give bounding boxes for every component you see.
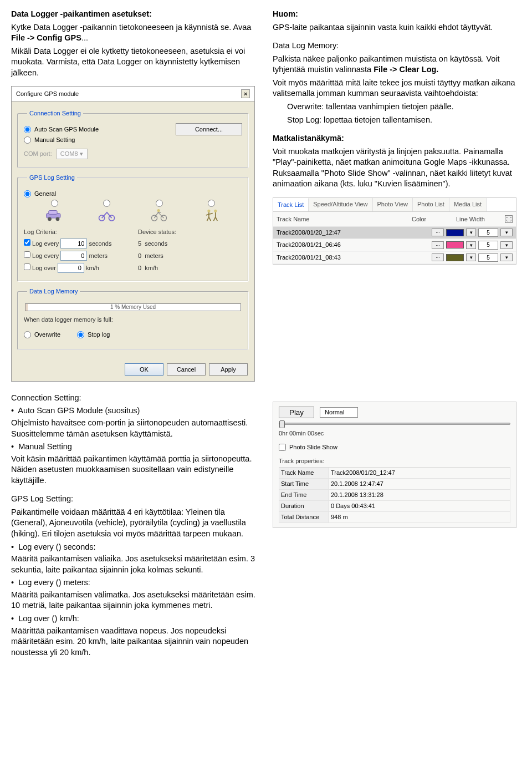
- track-properties-label: Track properties:: [279, 457, 510, 465]
- doc-text: Voit käsin määrittää paikantimen käyttäm…: [11, 454, 259, 486]
- log-over-input[interactable]: [58, 263, 84, 273]
- doc-text: Voit myös määrittää mitä laite tekee jos…: [273, 78, 521, 99]
- play-button[interactable]: Play: [279, 407, 314, 418]
- photo-slide-show-check[interactable]: Photo Slide Show: [279, 443, 510, 452]
- general-radio[interactable]: General: [24, 190, 242, 198]
- doc-text: Matkalistanäkymä:: [273, 133, 521, 144]
- svg-point-1: [48, 217, 52, 221]
- tab-media-list[interactable]: Media List: [449, 198, 487, 211]
- doc-text: GPS-laite paikantaa sijainnin vasta kuin…: [273, 22, 521, 33]
- auto-scan-radio[interactable]: Auto Scan GPS Module: [24, 125, 99, 134]
- heading-data-logger: Data Logger -paikantimen asetukset:: [11, 9, 152, 18]
- log-every-sec-check[interactable]: [24, 239, 30, 246]
- color-swatch[interactable]: [446, 229, 464, 236]
- doc-text: Määritä paikantamisen välimatka. Jos ase…: [11, 590, 259, 611]
- com-port-label: COM port:: [24, 150, 52, 158]
- tab-photo-view[interactable]: Photo View: [373, 198, 413, 211]
- doc-text: • Manual Setting: [11, 442, 259, 453]
- doc-text: • Auto Scan GPS Module (suositus): [11, 405, 259, 417]
- svg-point-8: [157, 209, 160, 212]
- doc-text: Voit muokata matkojen väritystä ja linjo…: [273, 146, 521, 190]
- data-log-memory-group: Data Log Memory 1 % Memory Used When dat…: [17, 287, 249, 350]
- doc-text: Mikäli Data Logger ei ole kytketty tieto…: [11, 46, 259, 79]
- color-swatch[interactable]: [446, 254, 464, 261]
- connect-button[interactable]: Connect...: [176, 123, 242, 135]
- memory-legend: Data Log Memory: [27, 287, 80, 296]
- player-panel: Play Normal 0hr 00min 00sec Photo Slide …: [273, 402, 516, 528]
- timeline-slider[interactable]: [279, 423, 510, 425]
- svg-rect-3: [49, 211, 57, 215]
- configure-dialog: Configure GPS module ✕ Connection Settin…: [11, 86, 255, 381]
- gps-log-legend: GPS Log Setting: [27, 174, 77, 182]
- track-list-panel: Track List Speed/Altitude View Photo Vie…: [273, 197, 516, 265]
- com-port-select[interactable]: COM8 ▾: [57, 149, 88, 159]
- table-row[interactable]: Track2008/01/21_06:46···▾5▾: [273, 239, 516, 252]
- doc-text: • Log over () km/h:: [11, 613, 259, 625]
- svg-point-6: [152, 215, 157, 221]
- hiking-icon[interactable]: [186, 200, 238, 222]
- overwrite-radio[interactable]: Overwrite: [24, 331, 60, 339]
- memory-meter: 1 % Memory Used: [25, 303, 241, 311]
- device-status-label: Device status:: [138, 228, 242, 236]
- ok-button[interactable]: OK: [125, 363, 163, 376]
- svg-point-9: [207, 210, 210, 212]
- color-swatch[interactable]: [446, 241, 464, 248]
- speed-select[interactable]: Normal: [320, 407, 358, 418]
- doc-text: Huom:: [273, 9, 521, 20]
- doc-text: Stop Log: lopettaa tietojen tallentamise…: [273, 115, 521, 126]
- table-row[interactable]: Track2008/01/21_08:43···▾5▾: [273, 252, 516, 265]
- doc-text: Overwrite: tallentaa vanhimpien tietojen…: [273, 102, 521, 113]
- gps-log-setting-group: GPS Log Setting General Log Criteria: De…: [17, 174, 249, 282]
- doc-text: Määrittää paikantamisen vaadittava nopeu…: [11, 626, 259, 658]
- doc-text: Data Log Memory:: [273, 40, 521, 52]
- log-every-sec-input[interactable]: [60, 239, 87, 248]
- stop-log-radio[interactable]: Stop log: [77, 331, 110, 339]
- doc-text: Paikantimelle voidaan määrittää 4 eri kä…: [11, 507, 259, 540]
- doc-text: • Log every () meters:: [11, 577, 259, 589]
- track-properties-grid: Track NameTrack2008/01/20_12:47 Start Ti…: [279, 467, 510, 523]
- tab-track-list[interactable]: Track List: [273, 198, 309, 211]
- doc-text: Ohjelmisto havaitsee com-portin ja siirt…: [11, 418, 259, 439]
- manual-radio[interactable]: Manual Setting: [24, 136, 99, 144]
- doc-text: Kytke Data Logger -paikannin tietokonees…: [11, 22, 259, 44]
- svg-point-10: [214, 210, 217, 212]
- tab-photo-list[interactable]: Photo List: [413, 198, 449, 211]
- cancel-button[interactable]: Cancel: [167, 363, 206, 376]
- doc-text: • Log every () seconds:: [11, 542, 259, 553]
- doc-text: Connection Setting:: [11, 393, 259, 404]
- connection-setting-group: Connection Setting Auto Scan GPS Module …: [17, 109, 249, 168]
- log-every-m-input[interactable]: [60, 251, 87, 261]
- motorbike-icon[interactable]: [81, 200, 134, 222]
- car-icon[interactable]: [28, 200, 81, 222]
- doc-text: Määritä paikantamisen väliaika. Jos aset…: [11, 554, 259, 575]
- doc-text: Palkista näkee paljonko paikantimen muis…: [273, 54, 521, 75]
- log-every-m-check[interactable]: [24, 251, 30, 258]
- th-color: Color: [412, 215, 432, 224]
- log-over-check[interactable]: [24, 263, 30, 270]
- when-full-label: When data logger memory is full:: [24, 316, 242, 324]
- close-icon[interactable]: ✕: [241, 89, 250, 98]
- apply-button[interactable]: Apply: [209, 363, 248, 376]
- table-row[interactable]: Track2008/01/20_12:47···▾5▾: [273, 227, 516, 240]
- geotag-icon[interactable]: ⛶: [505, 215, 513, 223]
- tab-speed-alt[interactable]: Speed/Altitude View: [309, 198, 372, 211]
- th-line-width: Line Width: [456, 215, 490, 224]
- dialog-title: Configure GPS module: [16, 90, 79, 98]
- svg-point-2: [56, 217, 60, 221]
- log-criteria-label: Log Criteria:: [24, 228, 128, 236]
- th-track-name: Track Name: [277, 215, 381, 224]
- bicycle-icon[interactable]: [133, 200, 186, 222]
- doc-text: GPS Log Setting:: [11, 494, 259, 505]
- connection-legend: Connection Setting: [27, 109, 83, 118]
- elapsed-time: 0hr 00min 00sec: [279, 429, 510, 438]
